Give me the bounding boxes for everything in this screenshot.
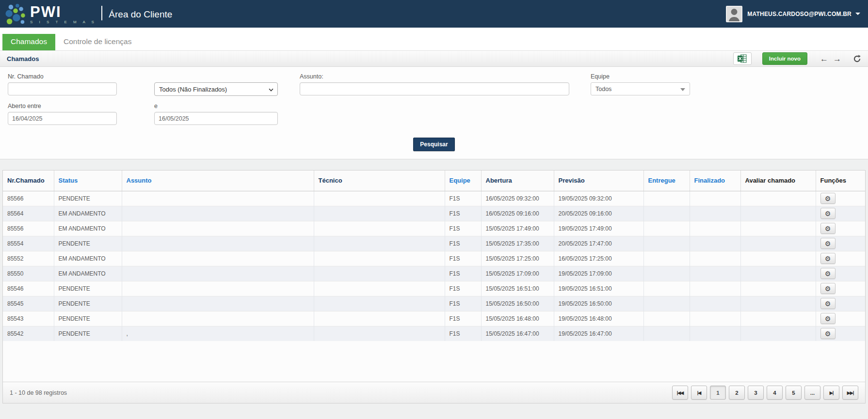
cell-entregue xyxy=(643,191,690,206)
pesquisar-button[interactable]: Pesquisar xyxy=(413,138,454,151)
row-actions-button[interactable]: ⚙ xyxy=(820,268,836,279)
cell-previsao: 19/05/2025 17:49:00 xyxy=(554,221,643,236)
column-header-entregue[interactable]: Entregue xyxy=(643,171,690,191)
cell-abertura: 16/05/2025 09:16:00 xyxy=(481,206,554,221)
gear-icon: ⚙ xyxy=(825,240,831,247)
page-4-button[interactable]: 4 xyxy=(767,386,783,400)
pagination: |◀◀ |◀ 12345... ▶| ▶▶| xyxy=(672,386,858,400)
previous-page-button[interactable]: |◀ xyxy=(691,386,707,400)
cell-entregue xyxy=(643,206,690,221)
equipe-filter-dropdown[interactable]: Todos xyxy=(591,82,690,95)
row-actions-button[interactable]: ⚙ xyxy=(820,298,836,309)
table-footer: 1 - 10 de 98 registros |◀◀ |◀ 12345... ▶… xyxy=(3,382,865,403)
incluir-novo-button[interactable]: Incluir novo xyxy=(762,52,807,65)
cell-tecnico xyxy=(314,236,445,251)
cell-tecnico xyxy=(314,191,445,206)
table-row: 85546PENDENTEF1S15/05/2025 16:51:0019/05… xyxy=(3,281,865,296)
user-menu[interactable]: MATHEUS.CARDOSO@PWI.COM.BR xyxy=(726,6,860,22)
cell-previsao: 16/05/2025 17:25:00 xyxy=(554,251,643,266)
cell-tecnico xyxy=(314,311,445,326)
cell-entregue xyxy=(643,236,690,251)
cell-finalizado xyxy=(690,326,740,341)
page-5-button[interactable]: 5 xyxy=(786,386,802,400)
column-header-status[interactable]: Status xyxy=(54,171,122,191)
row-actions-button[interactable]: ⚙ xyxy=(820,223,836,234)
page-1-button[interactable]: 1 xyxy=(710,386,726,400)
row-actions-button[interactable]: ⚙ xyxy=(820,328,836,339)
cell-assunto xyxy=(122,206,314,221)
cell-funcoes: ⚙ xyxy=(816,206,865,221)
pwi-logo-icon xyxy=(5,3,27,25)
page-3-button[interactable]: 3 xyxy=(748,386,764,400)
nav-forward-icon[interactable]: → xyxy=(833,55,841,63)
cell-previsao: 20/05/2025 09:16:00 xyxy=(554,206,643,221)
ate-date-input[interactable] xyxy=(154,112,278,125)
cell-assunto xyxy=(122,281,314,296)
table-row: 85545PENDENTEF1S15/05/2025 16:50:0019/05… xyxy=(3,296,865,311)
cell-nr: 85556 xyxy=(3,221,54,236)
tab-bar: Chamados Controle de licenças xyxy=(0,28,868,50)
table-row: 85550EM ANDAMENTOF1S15/05/2025 17:09:001… xyxy=(3,266,865,281)
cell-funcoes: ⚙ xyxy=(816,266,865,281)
cell-avaliar xyxy=(740,266,816,281)
tab-chamados[interactable]: Chamados xyxy=(2,34,55,50)
status-filter-select[interactable]: Todos (Não Finalizados) xyxy=(154,82,278,96)
cell-tecnico xyxy=(314,251,445,266)
cell-equipe: F1S xyxy=(445,221,481,236)
cell-abertura: 16/05/2025 09:32:00 xyxy=(481,191,554,206)
cell-equipe: F1S xyxy=(445,266,481,281)
column-header-assunto[interactable]: Assunto xyxy=(122,171,314,191)
cell-equipe: F1S xyxy=(445,191,481,206)
gear-icon: ⚙ xyxy=(825,270,831,277)
column-header-nr[interactable]: Nr.Chamado xyxy=(3,171,54,191)
cell-entregue xyxy=(643,311,690,326)
tab-controle-de-licencas[interactable]: Controle de licenças xyxy=(55,34,140,50)
refresh-icon[interactable] xyxy=(853,55,861,63)
cell-avaliar xyxy=(740,281,816,296)
row-actions-button[interactable]: ⚙ xyxy=(820,193,836,204)
chevron-down-icon xyxy=(269,87,273,91)
table-row: 85556EM ANDAMENTOF1S15/05/2025 17:49:001… xyxy=(3,221,865,236)
cell-tecnico xyxy=(314,326,445,341)
panel-title: Chamados xyxy=(7,55,39,62)
column-header-previsao[interactable]: Previsão xyxy=(554,171,643,191)
cell-avaliar xyxy=(740,296,816,311)
chevron-down-icon xyxy=(855,13,860,15)
gear-icon: ⚙ xyxy=(825,210,831,217)
row-actions-button[interactable]: ⚙ xyxy=(820,283,836,294)
cell-nr: 85546 xyxy=(3,281,54,296)
cell-tecnico xyxy=(314,221,445,236)
page-title: Área do Cliente xyxy=(109,9,172,20)
cell-assunto xyxy=(122,221,314,236)
export-excel-button[interactable] xyxy=(733,52,752,65)
cell-funcoes: ⚙ xyxy=(816,236,865,251)
last-page-button[interactable]: ▶▶| xyxy=(842,386,858,400)
cell-tecnico xyxy=(314,281,445,296)
nav-back-icon[interactable]: ← xyxy=(820,55,828,63)
column-header-abertura[interactable]: Abertura xyxy=(481,171,554,191)
cell-previsao: 19/05/2025 17:09:00 xyxy=(554,266,643,281)
row-actions-button[interactable]: ⚙ xyxy=(820,313,836,324)
page-2-button[interactable]: 2 xyxy=(729,386,745,400)
aberto-entre-date-input[interactable] xyxy=(8,112,117,125)
cell-assunto xyxy=(122,311,314,326)
row-actions-button[interactable]: ⚙ xyxy=(820,238,836,249)
cell-nr: 85542 xyxy=(3,326,54,341)
next-page-button[interactable]: ▶| xyxy=(823,386,839,400)
cell-finalizado xyxy=(690,191,740,206)
page-ellipsis-button[interactable]: ... xyxy=(804,386,820,400)
row-actions-button[interactable]: ⚙ xyxy=(820,208,836,219)
column-header-finalizado[interactable]: Finalizado xyxy=(690,171,740,191)
cell-finalizado xyxy=(690,281,740,296)
assunto-input[interactable] xyxy=(300,82,569,95)
cell-equipe: F1S xyxy=(445,281,481,296)
column-header-equipe[interactable]: Equipe xyxy=(445,171,481,191)
nr-chamado-input[interactable] xyxy=(8,82,117,95)
brand-name: PWI xyxy=(30,4,96,19)
first-page-button[interactable]: |◀◀ xyxy=(672,386,688,400)
row-actions-button[interactable]: ⚙ xyxy=(820,253,836,264)
triangle-down-icon xyxy=(680,88,685,91)
cell-status: EM ANDAMENTO xyxy=(54,266,122,281)
cell-status: EM ANDAMENTO xyxy=(54,251,122,266)
column-header-tecnico[interactable]: Técnico xyxy=(314,171,445,191)
